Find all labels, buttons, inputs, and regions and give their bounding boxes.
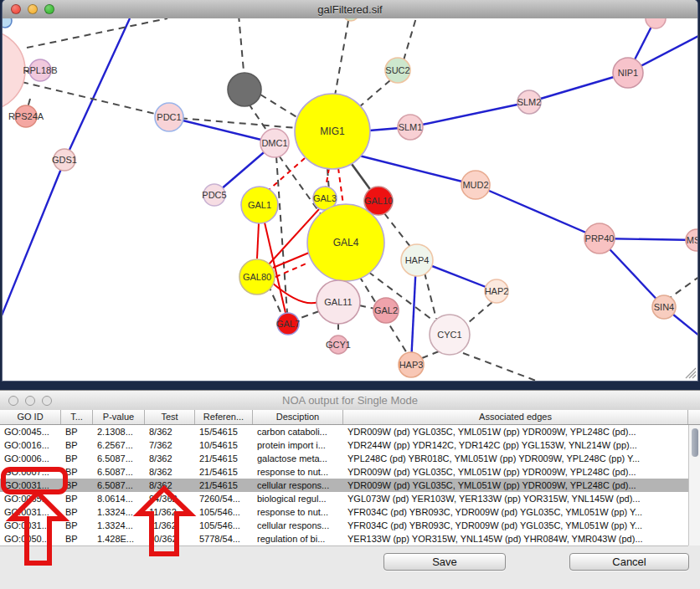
table-header: GO IDT...P-valueTestReferen...Desciption… bbox=[0, 410, 700, 425]
node-label-HAP3: HAP3 bbox=[399, 360, 424, 370]
column-header-description[interactable]: Desciption bbox=[253, 410, 343, 424]
cell-go-id: GO:0065... bbox=[0, 492, 61, 505]
column-header-filler bbox=[688, 410, 700, 424]
edge-gray[interactable] bbox=[359, 305, 375, 309]
edge-gray[interactable] bbox=[425, 273, 436, 319]
cancel-button[interactable]: Cancel bbox=[569, 553, 689, 571]
network-graph[interactable]: RPL18BRPS24AGDS1PDC1SUC2NIP1SLM2SLM1DMC1… bbox=[3, 18, 697, 381]
node-label-DMC1: DMC1 bbox=[261, 138, 287, 148]
edge-gray[interactable] bbox=[335, 21, 348, 95]
cell-p-value: 2.1308... bbox=[93, 425, 145, 438]
cell-test: 8/362 bbox=[145, 425, 195, 438]
node-label-HAP4: HAP4 bbox=[405, 255, 430, 265]
noa-window-titlebar[interactable]: NOA output for Single Mode bbox=[0, 391, 700, 411]
edge-gray[interactable] bbox=[239, 18, 244, 80]
node-label-GAL7: GAL7 bbox=[276, 319, 300, 329]
table-row[interactable]: GO:0031...BP1.3324...11/362105/546...res… bbox=[0, 505, 688, 519]
graph-window: galFiltered.sif RPL18BRPS24AGDS1PDC1SUC2… bbox=[3, 0, 697, 381]
edge-gray[interactable] bbox=[27, 18, 167, 48]
node-label-MIG1: MIG1 bbox=[320, 125, 345, 137]
cell-test: 7/362 bbox=[145, 438, 195, 452]
table-body: GO:0045...BP2.1308...8/36215/54615carbon… bbox=[0, 425, 688, 546]
table-row[interactable]: GO:0045...BP2.1308...8/36215/54615carbon… bbox=[0, 425, 688, 438]
table-row[interactable]: GO:0050...BP1.428E...80/3625778/54...reg… bbox=[0, 532, 688, 545]
edge-gray[interactable] bbox=[422, 351, 439, 358]
cell-test: 11/362 bbox=[145, 505, 195, 519]
column-header-p-value[interactable]: P-value bbox=[93, 410, 145, 424]
cell-test: 80/362 bbox=[145, 532, 195, 545]
resize-grip-line[interactable] bbox=[689, 371, 696, 378]
node-label-GAL4: GAL4 bbox=[333, 237, 359, 248]
cell-type: BP bbox=[61, 438, 93, 452]
resize-grip-line[interactable] bbox=[692, 375, 696, 378]
cell-reference: 15/54615 bbox=[195, 425, 253, 438]
edge-blue[interactable] bbox=[64, 18, 130, 161]
table-row[interactable]: GO:0016...BP6.2567...7/36210/54615protei… bbox=[0, 438, 688, 452]
edge-gray[interactable] bbox=[260, 95, 298, 118]
table-row[interactable]: GO:0065...BP8.0614...94/3627260/54...bio… bbox=[0, 492, 688, 505]
cell-associated-edges: YDR244W (pp) YDR142C, YDR142C (pp) YGL15… bbox=[343, 438, 688, 452]
cell-description: biological regul... bbox=[253, 492, 343, 505]
cell-go-id: GO:0006... bbox=[0, 452, 61, 465]
table-row[interactable]: GO:0031...BP1.3324...11/362105/546...cel… bbox=[0, 519, 688, 532]
cell-associated-edges: YGL073W (pd) YER103W, YER133W (pp) YOR31… bbox=[343, 492, 688, 505]
save-button[interactable]: Save bbox=[383, 553, 506, 571]
graph-window-title: galFiltered.sif bbox=[3, 3, 697, 16]
table-scrollbar[interactable] bbox=[688, 425, 700, 545]
cell-associated-edges: YPL248C (pd) YBR018C, YML051W (pp) YDR00… bbox=[343, 452, 688, 465]
edge-blue[interactable] bbox=[476, 185, 600, 238]
node-label-GAL80: GAL80 bbox=[243, 272, 271, 282]
edge-blue[interactable] bbox=[3, 161, 64, 320]
node-label-RPL18B: RPL18B bbox=[23, 65, 58, 75]
node-label-SUC2: SUC2 bbox=[385, 65, 409, 75]
column-header-test[interactable]: Test bbox=[145, 410, 195, 424]
node-label-GAL2: GAL2 bbox=[374, 305, 398, 315]
node-label-GAL1: GAL1 bbox=[248, 200, 271, 210]
cell-type: BP bbox=[61, 505, 93, 519]
node-label-SLM1: SLM1 bbox=[399, 122, 423, 132]
node-unlabeled[interactable] bbox=[3, 30, 25, 110]
edge-gray[interactable] bbox=[404, 18, 417, 60]
cell-description: cellular respons... bbox=[253, 479, 343, 492]
cell-go-id: GO:0045... bbox=[0, 425, 61, 438]
cell-description: response to nut... bbox=[253, 465, 343, 479]
edge-gray[interactable] bbox=[360, 80, 390, 106]
node-label-SLM2: SLM2 bbox=[517, 97, 542, 107]
edge-gray[interactable] bbox=[670, 276, 697, 298]
edge-gray[interactable] bbox=[249, 104, 268, 132]
graph-window-titlebar[interactable]: galFiltered.sif bbox=[3, 0, 697, 19]
cell-reference: 5778/54... bbox=[195, 532, 253, 545]
cell-type: BP bbox=[61, 519, 93, 532]
node-label-GDS1: GDS1 bbox=[52, 155, 77, 165]
cell-p-value: 6.5087... bbox=[93, 479, 145, 492]
edge-gray[interactable] bbox=[298, 311, 319, 319]
cell-p-value: 6.5087... bbox=[93, 452, 145, 465]
table-row[interactable]: GO:0007...BP6.5087...8/36221/54615respon… bbox=[0, 465, 688, 479]
cell-reference: 21/54615 bbox=[195, 452, 253, 465]
edge-gray[interactable] bbox=[384, 213, 411, 248]
table-row[interactable]: GO:0031...BP6.5087...8/36221/54615cellul… bbox=[0, 479, 688, 492]
column-header-reference[interactable]: Referen... bbox=[195, 410, 253, 424]
edge-blue[interactable] bbox=[359, 156, 476, 185]
edge-blue[interactable] bbox=[411, 262, 416, 363]
column-header-type[interactable]: T... bbox=[61, 410, 93, 424]
edge-gray[interactable] bbox=[22, 82, 169, 117]
edge-red-dash[interactable] bbox=[338, 168, 343, 205]
scrollbar-thumb[interactable] bbox=[692, 428, 698, 457]
network-canvas[interactable]: RPL18BRPS24AGDS1PDC1SUC2NIP1SLM2SLM1DMC1… bbox=[3, 18, 697, 381]
cell-reference: 10/54615 bbox=[195, 438, 253, 452]
table-row[interactable]: GO:0006...BP6.5087...8/36221/54615galact… bbox=[0, 452, 688, 465]
cell-associated-edges: YER133W (pp) YOR315W, YNL145W (pd) YHR08… bbox=[343, 532, 688, 545]
node-unlabeled[interactable] bbox=[228, 73, 261, 106]
cell-associated-edges: YDR009W (pd) YGL035C, YML051W (pp) YDR00… bbox=[343, 465, 688, 479]
node-unlabeled[interactable] bbox=[3, 18, 12, 28]
edge-gray[interactable] bbox=[469, 302, 492, 322]
node-unlabeled[interactable] bbox=[646, 18, 666, 28]
column-header-go-id[interactable]: GO ID bbox=[0, 410, 61, 424]
edge-gray[interactable] bbox=[463, 353, 536, 381]
edge-blue[interactable] bbox=[410, 102, 529, 127]
cell-description: cellular respons... bbox=[253, 519, 343, 532]
edge-red[interactable] bbox=[257, 223, 259, 259]
column-header-associated-edges[interactable]: Associated edges bbox=[343, 410, 688, 424]
node-unlabeled[interactable] bbox=[343, 18, 358, 21]
